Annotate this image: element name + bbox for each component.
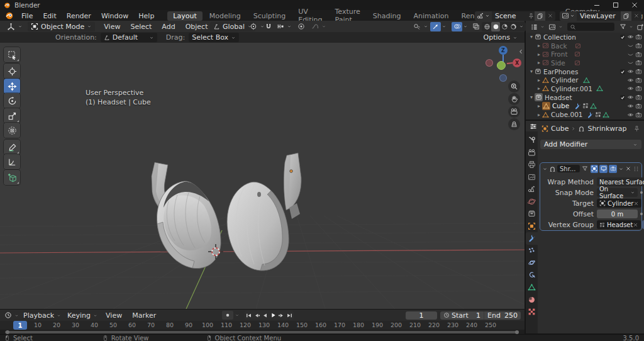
start-frame-field[interactable]: Start 1: [440, 311, 484, 320]
tab-sculpting[interactable]: Sculpting: [248, 11, 291, 21]
tab-material[interactable]: [526, 294, 538, 306]
scene-name[interactable]: Scene: [492, 12, 528, 20]
mode-dropdown[interactable]: Object Mode: [28, 22, 95, 31]
tab-texture[interactable]: [526, 306, 538, 318]
tab-modeling[interactable]: Modeling: [204, 11, 247, 21]
breadcrumb-object[interactable]: Cube: [551, 125, 569, 133]
shading-wireframe-button[interactable]: [482, 22, 491, 31]
menu-window[interactable]: Window: [96, 12, 133, 20]
next-keyframe-button[interactable]: [277, 311, 286, 320]
xray-toggle[interactable]: [470, 22, 481, 31]
shading-rendered-button[interactable]: [509, 22, 518, 31]
timeline-editor-type-button[interactable]: [3, 311, 20, 320]
play-reverse-button[interactable]: [261, 311, 269, 320]
proportional-falloff-dropdown[interactable]: [308, 22, 330, 31]
menu-playback[interactable]: Playback: [20, 311, 64, 320]
overlays-toggle[interactable]: [452, 22, 462, 31]
tool-add-cube[interactable]: [4, 170, 20, 185]
delete-modifier-icon[interactable]: [625, 165, 631, 172]
outliner-item-label[interactable]: Cube: [552, 102, 569, 109]
gizmo-x-neg-axis[interactable]: [486, 60, 493, 67]
pan-view-button[interactable]: [508, 93, 520, 105]
chevron-down-icon[interactable]: [441, 24, 447, 29]
prev-keyframe-button[interactable]: [253, 311, 261, 320]
scrollbar-right-handle[interactable]: [515, 330, 519, 334]
new-view-layer-button[interactable]: [621, 11, 631, 21]
eye-icon[interactable]: [627, 103, 634, 109]
3d-viewport[interactable]: Z X User Perspective (1) Headset | Cube: [0, 43, 525, 309]
camera-render-icon[interactable]: [635, 59, 642, 66]
tab-tool[interactable]: [526, 134, 538, 147]
pin-icon[interactable]: [528, 13, 535, 20]
snap-mode-dropdown[interactable]: On Surface: [597, 188, 638, 197]
menu-file[interactable]: File: [16, 12, 38, 20]
scrollbar-left-handle[interactable]: [6, 330, 9, 334]
menu-object[interactable]: Object: [180, 23, 213, 31]
outliner-item-label[interactable]: Collection: [543, 33, 576, 41]
new-collection-icon[interactable]: [636, 23, 644, 31]
tab-collection[interactable]: [526, 208, 538, 220]
camera-render-icon[interactable]: [635, 68, 642, 75]
remove-view-layer-icon[interactable]: [633, 13, 640, 19]
expander-icon[interactable]: ▸: [536, 43, 542, 48]
blender-menu-icon[interactable]: [5, 11, 14, 20]
tab-particles[interactable]: [526, 245, 538, 257]
outliner-row-side[interactable]: ▸ Side: [526, 59, 644, 67]
clear-vertex-group-icon[interactable]: [633, 222, 638, 228]
orientation-setting-dropdown[interactable]: Default: [101, 33, 157, 42]
tab-constraints[interactable]: [526, 269, 538, 282]
camera-render-icon[interactable]: [635, 33, 642, 40]
expander-icon[interactable]: ▾: [528, 69, 535, 74]
eye-icon[interactable]: [627, 94, 634, 101]
pin-icon[interactable]: [633, 125, 640, 132]
show-gizmo-dropdown[interactable]: [410, 22, 431, 31]
tool-measure[interactable]: [4, 154, 20, 169]
eye-icon[interactable]: [627, 33, 634, 40]
tab-scene[interactable]: [526, 183, 538, 196]
editor-type-button[interactable]: [4, 22, 26, 31]
gizmo-z-neg-axis[interactable]: [500, 75, 507, 82]
view-layer-name[interactable]: ViewLayer: [577, 12, 621, 20]
expander-icon[interactable]: ▸: [536, 112, 542, 118]
tab-physics[interactable]: [526, 257, 538, 269]
camera-view-button[interactable]: [508, 106, 520, 118]
options-dropdown[interactable]: Options: [480, 33, 521, 42]
tab-object-data[interactable]: [526, 281, 538, 294]
collapse-chevron-icon[interactable]: [542, 166, 548, 172]
tab-view-layer[interactable]: [526, 171, 538, 184]
menu-render[interactable]: Render: [62, 12, 96, 20]
unlink-scene-icon[interactable]: [547, 13, 553, 19]
outliner-item-label[interactable]: Side: [551, 59, 565, 67]
eye-icon[interactable]: [627, 77, 634, 84]
modifier-name-field[interactable]: Shr...: [557, 165, 580, 172]
camera-render-icon[interactable]: [635, 51, 642, 58]
expander-icon[interactable]: ▸: [536, 86, 542, 91]
menu-timeline-view[interactable]: View: [101, 311, 127, 320]
menu-marker[interactable]: Marker: [127, 311, 161, 320]
outliner-display-mode-button[interactable]: [547, 22, 564, 31]
camera-render-icon[interactable]: [635, 77, 642, 84]
animate-dot[interactable]: [640, 213, 643, 215]
outliner-row-cube-001[interactable]: ▸ Cube.001: [526, 110, 644, 119]
jump-to-start-button[interactable]: [245, 311, 253, 320]
menu-help[interactable]: Help: [133, 12, 159, 20]
modifier-on-cage-toggle[interactable]: [591, 165, 599, 173]
gizmo-y-axis[interactable]: [497, 62, 506, 70]
tool-rotate[interactable]: [4, 93, 20, 108]
outliner-item-label[interactable]: Cylinder.001: [551, 85, 592, 92]
tab-modifiers[interactable]: [526, 232, 538, 245]
scene-browse-button[interactable]: [475, 11, 492, 21]
outliner-row-headset[interactable]: ▾ Headset: [526, 93, 644, 102]
tool-cursor[interactable]: [4, 64, 20, 79]
tab-layout[interactable]: Layout: [167, 11, 202, 21]
outliner-editor-type-button[interactable]: [529, 22, 546, 31]
outliner-row-cylinder-001[interactable]: ▸ Cylinder.001: [526, 84, 644, 93]
end-frame-field[interactable]: End 250: [484, 311, 521, 320]
outliner-filter-button[interactable]: [618, 22, 635, 31]
outliner-search-input[interactable]: [567, 23, 614, 31]
camera-render-icon[interactable]: [635, 85, 642, 92]
modifier-extras-chevron-icon[interactable]: [618, 166, 624, 172]
auto-keying-toggle[interactable]: [222, 311, 233, 320]
current-frame-field[interactable]: 1: [406, 311, 437, 320]
chevron-down-icon[interactable]: [235, 313, 240, 318]
